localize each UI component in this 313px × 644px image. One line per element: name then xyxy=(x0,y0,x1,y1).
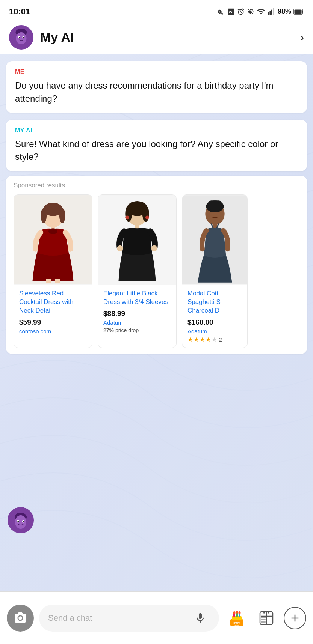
header-title: My AI xyxy=(40,30,301,45)
bottom-ai-avatar xyxy=(8,507,34,533)
svg-point-13 xyxy=(16,32,27,44)
chat-input-wrapper[interactable]: Send a chat xyxy=(39,605,219,632)
chat-area: ME Do you have any dress recommendations… xyxy=(0,54,313,591)
star-2: ★ xyxy=(194,336,199,343)
chat-input-placeholder: Send a chat xyxy=(48,613,191,623)
svg-rect-64 xyxy=(261,617,266,618)
product-name-3: Modal Cott Spaghetti S Charcoal D xyxy=(187,289,242,315)
product-store-2: Adatum xyxy=(103,319,171,326)
svg-rect-7 xyxy=(271,9,272,15)
svg-point-33 xyxy=(142,206,149,222)
svg-rect-5 xyxy=(268,12,269,14)
product-card-1[interactable]: Sleeveless Red Cocktail Dress with Neck … xyxy=(14,194,92,348)
product-name-1: Sleeveless Red Cocktail Dress with Neck … xyxy=(19,289,87,315)
sponsored-section: Sponsored results xyxy=(6,176,307,354)
add-button[interactable] xyxy=(284,607,306,629)
star-5: ★ xyxy=(212,336,217,343)
product-store-3: Adatum xyxy=(187,328,242,334)
alarm-icon xyxy=(237,8,245,15)
nfc-icon xyxy=(227,8,235,15)
message-label-me: ME xyxy=(15,69,298,75)
svg-point-59 xyxy=(236,611,238,614)
svg-point-32 xyxy=(125,206,132,222)
svg-rect-25 xyxy=(57,229,60,234)
product-row: Sleeveless Red Cocktail Dress with Neck … xyxy=(14,194,299,348)
signal-icon xyxy=(267,8,275,16)
product-store-1: contoso.com xyxy=(19,328,87,334)
sponsored-label: Sponsored results xyxy=(14,182,299,189)
svg-point-51 xyxy=(18,521,19,522)
product-image-1 xyxy=(14,195,92,285)
camera-button[interactable] xyxy=(7,605,34,632)
svg-point-36 xyxy=(151,245,157,251)
product-card-3[interactable]: Modal Cott Spaghetti S Charcoal D $160.0… xyxy=(182,194,248,348)
svg-point-17 xyxy=(23,37,24,38)
product-price-3: $160.00 xyxy=(187,318,242,327)
svg-rect-66 xyxy=(261,621,266,623)
svg-rect-42 xyxy=(208,200,222,210)
svg-point-38 xyxy=(145,216,149,220)
battery-icon xyxy=(293,8,304,16)
message-me: ME Do you have any dress recommendations… xyxy=(6,61,307,113)
product-image-3 xyxy=(182,195,247,285)
product-stars-3: ★ ★ ★ ★ ★ 2 xyxy=(187,336,242,343)
product-info-2: Elegant Little Black Dress with 3/4 Slee… xyxy=(98,285,176,338)
star-1: ★ xyxy=(187,336,193,343)
key-icon xyxy=(218,8,225,15)
svg-point-52 xyxy=(23,521,24,522)
product-info-3: Modal Cott Spaghetti S Charcoal D $160.0… xyxy=(182,285,247,348)
product-badge-2: 27% price drop xyxy=(103,327,171,333)
sticker-button[interactable]: HAPPY BDAY xyxy=(224,606,249,630)
status-icons: 98% xyxy=(218,8,304,16)
svg-rect-27 xyxy=(46,279,51,283)
gift-button[interactable] xyxy=(254,606,278,630)
svg-rect-65 xyxy=(261,619,266,620)
svg-point-16 xyxy=(19,37,20,38)
svg-rect-8 xyxy=(273,8,274,14)
message-label-ai: MY AI xyxy=(15,127,298,134)
svg-point-60 xyxy=(238,611,240,614)
svg-text:BDAY: BDAY xyxy=(234,624,239,626)
product-info-1: Sleeveless Red Cocktail Dress with Neck … xyxy=(14,285,92,340)
message-text-ai: Sure! What kind of dress are you looking… xyxy=(15,138,298,164)
mic-button[interactable] xyxy=(191,608,210,628)
message-text-me: Do you have any dress recommendations fo… xyxy=(15,79,298,105)
avatar xyxy=(9,25,33,50)
svg-point-48 xyxy=(15,515,26,529)
svg-point-37 xyxy=(125,216,129,220)
message-ai: MY AI Sure! What kind of dress are you l… xyxy=(6,120,307,172)
product-card-2[interactable]: Elegant Little Black Dress with 3/4 Slee… xyxy=(98,194,177,348)
star-3: ★ xyxy=(200,336,205,343)
product-image-2 xyxy=(98,195,176,285)
star-count: 2 xyxy=(219,337,222,343)
header-chevron[interactable]: › xyxy=(301,32,304,44)
product-name-2: Elegant Little Black Dress with 3/4 Slee… xyxy=(103,289,171,307)
product-price-2: $88.99 xyxy=(103,310,171,318)
star-4: ★ xyxy=(206,336,211,343)
svg-point-35 xyxy=(117,245,123,251)
product-price-1: $59.99 xyxy=(19,318,87,327)
svg-point-21 xyxy=(41,208,47,223)
header: My AI › xyxy=(0,21,313,54)
svg-rect-6 xyxy=(269,11,271,15)
svg-point-22 xyxy=(59,208,65,223)
svg-rect-10 xyxy=(295,9,302,14)
wifi-icon xyxy=(257,8,265,16)
svg-rect-28 xyxy=(55,279,60,283)
svg-point-58 xyxy=(233,611,235,614)
mute-icon xyxy=(247,8,254,15)
svg-text:HAPPY: HAPPY xyxy=(233,622,240,624)
svg-point-26 xyxy=(48,228,57,234)
status-bar: 10:01 98% xyxy=(0,0,313,21)
status-time: 10:01 xyxy=(9,7,30,17)
bottom-bar: Send a chat HAPPY xyxy=(0,591,313,644)
battery-percent: 98% xyxy=(278,8,291,15)
svg-rect-24 xyxy=(45,229,48,234)
